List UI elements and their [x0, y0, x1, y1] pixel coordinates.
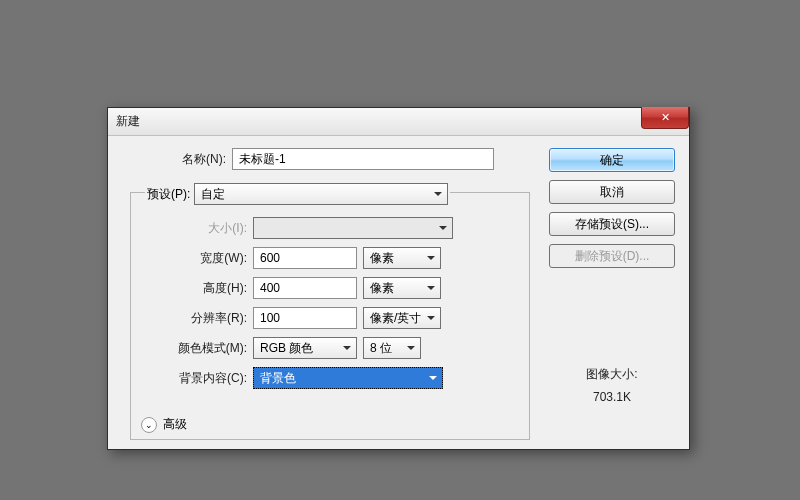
delete-preset-button: 删除预设(D)... [549, 244, 675, 268]
save-preset-button[interactable]: 存储预设(S)... [549, 212, 675, 236]
height-row: 高度(H): 像素 [141, 277, 519, 299]
preset-label: 预设(P): [147, 186, 194, 203]
resolution-unit-select[interactable]: 像素/英寸 [363, 307, 441, 329]
resolution-row: 分辨率(R): 像素/英寸 [141, 307, 519, 329]
color-mode-label: 颜色模式(M): [141, 340, 253, 357]
delete-preset-label: 删除预设(D)... [575, 248, 650, 265]
height-label: 高度(H): [141, 280, 253, 297]
ok-label: 确定 [600, 152, 624, 169]
name-input[interactable] [232, 148, 494, 170]
cancel-button[interactable]: 取消 [549, 180, 675, 204]
advanced-toggle[interactable]: ⌄ 高级 [141, 416, 187, 433]
resolution-label: 分辨率(R): [141, 310, 253, 327]
close-icon: ✕ [661, 111, 670, 124]
preset-group: 预设(P): 自定 大小(I): 宽度(W): 像素 高 [130, 192, 530, 440]
image-size-info: 图像大小: 703.1K [549, 363, 675, 409]
close-button[interactable]: ✕ [641, 107, 689, 129]
resolution-input[interactable] [253, 307, 357, 329]
color-depth-select[interactable]: 8 位 [363, 337, 421, 359]
name-label: 名称(N): [124, 151, 232, 168]
dialog-title: 新建 [116, 113, 140, 130]
size-label: 大小(I): [141, 220, 253, 237]
height-unit: 像素 [370, 278, 394, 298]
color-mode-select[interactable]: RGB 颜色 [253, 337, 357, 359]
button-column: 确定 取消 存储预设(S)... 删除预设(D)... [549, 148, 675, 268]
preset-legend: 预设(P): 自定 [145, 183, 450, 205]
preset-select[interactable]: 自定 [194, 183, 448, 205]
titlebar[interactable]: 新建 ✕ [108, 108, 689, 136]
width-unit-select[interactable]: 像素 [363, 247, 441, 269]
size-select [253, 217, 453, 239]
width-unit: 像素 [370, 248, 394, 268]
background-select[interactable]: 背景色 [253, 367, 443, 389]
background-value: 背景色 [260, 368, 296, 388]
width-row: 宽度(W): 像素 [141, 247, 519, 269]
save-preset-label: 存储预设(S)... [575, 216, 649, 233]
new-document-dialog: 新建 ✕ 名称(N): 预设(P): 自定 大小(I): [107, 107, 690, 450]
ok-button[interactable]: 确定 [549, 148, 675, 172]
chevron-down-icon: ⌄ [141, 417, 157, 433]
image-size-label: 图像大小: [549, 363, 675, 386]
width-label: 宽度(W): [141, 250, 253, 267]
preset-value: 自定 [201, 184, 225, 204]
color-mode-value: RGB 颜色 [260, 338, 313, 358]
width-input[interactable] [253, 247, 357, 269]
advanced-label: 高级 [163, 416, 187, 433]
background-row: 背景内容(C): 背景色 [141, 367, 519, 389]
cancel-label: 取消 [600, 184, 624, 201]
size-row: 大小(I): [141, 217, 519, 239]
background-label: 背景内容(C): [141, 370, 253, 387]
height-unit-select[interactable]: 像素 [363, 277, 441, 299]
height-input[interactable] [253, 277, 357, 299]
image-size-value: 703.1K [549, 386, 675, 409]
color-mode-row: 颜色模式(M): RGB 颜色 8 位 [141, 337, 519, 359]
resolution-unit: 像素/英寸 [370, 308, 421, 328]
dialog-body: 名称(N): 预设(P): 自定 大小(I): 宽度(W): [108, 136, 689, 449]
color-depth-value: 8 位 [370, 338, 392, 358]
